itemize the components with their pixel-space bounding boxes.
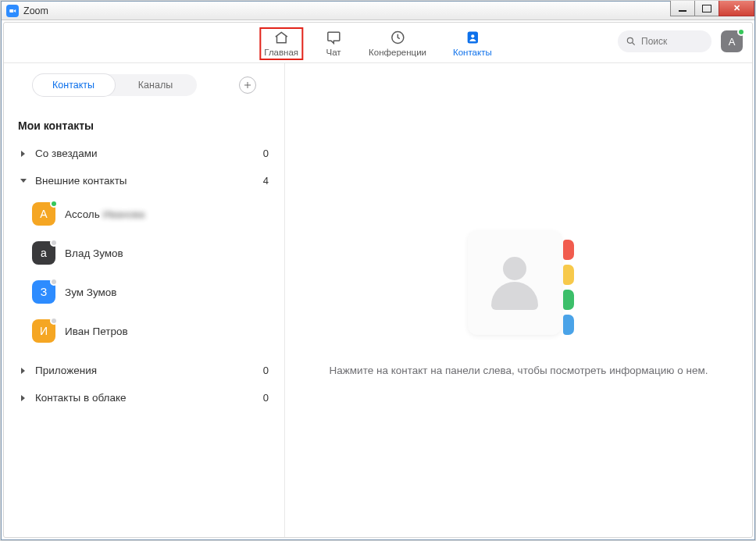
window-controls [671, 1, 754, 16]
group-cloud-count: 0 [263, 392, 270, 404]
group-apps-count: 0 [263, 365, 270, 376]
status-dot-online [737, 28, 745, 36]
status-dot-online [50, 200, 58, 208]
status-dot-offline [50, 239, 58, 247]
group-cloud-label: Контакты в облаке [35, 392, 263, 404]
contact-avatar-initial: З [41, 286, 47, 298]
home-icon [273, 29, 290, 46]
contact-item[interactable]: И Иван Петров [32, 311, 284, 351]
app-body: Главная Чат Конференции [3, 22, 753, 538]
group-external[interactable]: Внешние контакты 4 [4, 167, 284, 194]
contact-avatar-initial: A [40, 208, 47, 220]
svg-point-4 [627, 37, 633, 43]
contact-avatar-initial: a [41, 247, 47, 259]
group-external-count: 4 [263, 175, 270, 187]
seg-contacts[interactable]: Контакты [33, 74, 115, 96]
seg-channels[interactable]: Каналы [115, 74, 197, 96]
group-starred-count: 0 [263, 148, 270, 159]
status-dot-offline [50, 278, 58, 286]
content: Контакты Каналы Мои контакты Со звездами… [4, 63, 752, 537]
contact-avatar: A [32, 202, 55, 226]
window-title: Zoom [23, 5, 48, 16]
nav-chat-label: Чат [326, 48, 341, 57]
sidebar: Контакты Каналы Мои контакты Со звездами… [4, 63, 285, 537]
nav-meetings[interactable]: Конференции [364, 27, 431, 60]
chevron-down-icon [18, 178, 29, 184]
contact-avatar: И [32, 319, 55, 343]
svg-rect-0 [9, 9, 13, 12]
group-starred[interactable]: Со звездами 0 [4, 140, 284, 167]
titlebar: Zoom [2, 2, 754, 20]
maximize-button[interactable] [694, 1, 719, 16]
nav-contacts-label: Контакты [453, 48, 492, 57]
group-external-label: Внешние контакты [35, 175, 263, 187]
app-window: Zoom Главная Чат [1, 1, 755, 540]
contact-avatar: a [32, 241, 55, 265]
plus-icon [243, 80, 252, 90]
clock-icon [389, 29, 406, 46]
external-contacts-list: A Ассоль Иванова a Влад Зумов [4, 194, 284, 351]
contact-item[interactable]: A Ассоль Иванова [32, 194, 284, 233]
group-starred-label: Со звездами [35, 148, 263, 159]
nav-home[interactable]: Главная [259, 27, 303, 60]
chevron-right-icon [18, 367, 29, 375]
nav-chat[interactable]: Чат [320, 27, 347, 60]
contacts-icon [464, 29, 481, 46]
add-button[interactable] [239, 77, 256, 94]
main-panel: Нажмите на контакт на панели слева, чтоб… [285, 63, 752, 537]
contact-name: Иван Петров [65, 326, 128, 337]
nav-contacts[interactable]: Контакты [448, 27, 497, 60]
contact-name: Зум Зумов [65, 287, 117, 298]
section-title-my-contacts: Мои контакты [4, 96, 284, 140]
minimize-button[interactable] [670, 1, 695, 16]
search-input[interactable]: Поиск [618, 30, 711, 52]
nav-meetings-label: Конференции [369, 48, 426, 57]
user-avatar-initial: A [729, 36, 736, 48]
empty-state-text: Нажмите на контакт на панели слева, чтоб… [306, 365, 732, 376]
contact-name: Влад Зумов [65, 247, 123, 259]
nav-home-label: Главная [264, 48, 298, 57]
chevron-right-icon [18, 394, 29, 402]
search-icon [626, 36, 637, 47]
app-icon [6, 5, 19, 17]
search-placeholder: Поиск [641, 36, 667, 47]
chat-icon [325, 29, 342, 46]
close-button[interactable] [719, 1, 754, 16]
contact-name: Ассоль Иванова [65, 208, 144, 220]
contact-item[interactable]: З Зум Зумов [32, 272, 284, 311]
contact-avatar: З [32, 280, 55, 304]
user-avatar[interactable]: A [721, 30, 743, 52]
group-cloud[interactable]: Контакты в облаке 0 [4, 384, 284, 411]
group-apps[interactable]: Приложения 0 [4, 357, 284, 384]
status-dot-offline [50, 317, 58, 325]
svg-point-3 [471, 34, 474, 37]
top-nav: Главная Чат Конференции [4, 23, 752, 63]
contact-item[interactable]: a Влад Зумов [32, 233, 284, 272]
segmented-control: Контакты Каналы [33, 74, 197, 96]
contact-avatar-initial: И [40, 325, 48, 337]
empty-state-illustration [460, 224, 577, 341]
group-apps-label: Приложения [35, 365, 263, 376]
chevron-right-icon [18, 150, 29, 158]
